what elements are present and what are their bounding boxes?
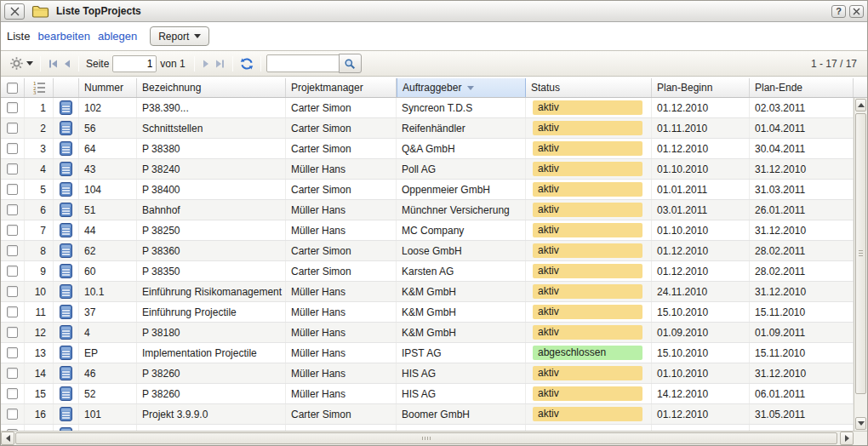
row-checkbox[interactable] (7, 266, 18, 277)
project-icon-cell[interactable] (54, 425, 79, 431)
arrow-right-icon (845, 435, 849, 442)
row-checkbox[interactable] (7, 286, 18, 297)
arrow-down-icon (858, 421, 865, 426)
table-row[interactable]: 1552P 38260Müller HansHIS AGaktiv14.12.2… (1, 384, 854, 404)
table-row[interactable]: 16101Projekt 3.9.9.0Carter SimonBoomer G… (1, 404, 854, 425)
scroll-down-button[interactable] (855, 417, 866, 430)
row-number: 5 (25, 180, 54, 199)
cell-status: aktiv (526, 384, 652, 403)
header-nummer[interactable]: Nummer (79, 78, 137, 97)
project-icon-cell[interactable] (54, 404, 79, 424)
menu-ablegen[interactable]: ablegen (98, 30, 137, 43)
cell-bezeichnung: P 38360 (137, 241, 286, 260)
vertical-scrollbar-thumb[interactable] (855, 113, 866, 394)
project-icon-cell[interactable] (54, 261, 79, 281)
arrow-left-icon (6, 435, 10, 442)
table-row[interactable]: 960P 38350Carter SimonKarsten AGaktiv01.… (1, 261, 854, 282)
header-projektmanager[interactable]: Projektmanager (286, 78, 397, 97)
table-row[interactable]: 1010.1Einführung RisikomanagementMüller … (1, 282, 854, 302)
project-icon-cell[interactable] (54, 180, 79, 199)
row-checkbox[interactable] (7, 225, 18, 236)
settings-gear-button[interactable] (8, 54, 35, 72)
select-all-checkbox[interactable] (7, 83, 18, 94)
project-icon-cell[interactable] (54, 159, 79, 179)
table-row[interactable]: 124P 38180Müller HansK&M GmbHaktiv01.09.… (1, 323, 854, 343)
table-row[interactable]: 862P 38360Carter SimonLoose GmbHaktiv01.… (1, 241, 854, 261)
row-checkbox[interactable] (7, 388, 18, 399)
refresh-button[interactable] (238, 55, 255, 72)
first-page-button[interactable] (46, 57, 60, 71)
row-checkbox[interactable] (7, 102, 18, 113)
project-icon-cell[interactable] (54, 323, 79, 342)
last-page-button[interactable] (213, 57, 227, 71)
project-icon-cell[interactable] (54, 220, 79, 240)
row-number: 14 (25, 363, 54, 383)
row-checkbox[interactable] (7, 204, 18, 215)
table-row[interactable] (1, 425, 854, 431)
row-checkbox-cell (1, 159, 25, 179)
row-checkbox[interactable] (7, 409, 18, 420)
page-number-input[interactable] (112, 55, 157, 72)
table-row[interactable]: 13EPImplementation ProjectileMüller Hans… (1, 343, 854, 363)
table-row[interactable]: 1137Einführung ProjectileMüller HansK&M … (1, 302, 854, 323)
row-checkbox[interactable] (7, 327, 18, 338)
header-plan-beginn[interactable]: Plan-Beginn (652, 78, 750, 97)
row-checkbox[interactable] (7, 429, 18, 431)
cell-auftraggeber: HIS AG (397, 363, 526, 383)
help-button[interactable]: ? (831, 5, 846, 18)
row-checkbox[interactable] (7, 245, 18, 256)
row-checkbox[interactable] (7, 184, 18, 195)
table-row[interactable]: 443P 38240Müller HansPoll AGaktiv01.10.2… (1, 159, 854, 180)
header-status[interactable]: Status (526, 78, 652, 97)
prev-page-button[interactable] (60, 57, 73, 71)
project-icon-cell[interactable] (54, 282, 79, 301)
project-icon-cell[interactable] (54, 98, 79, 117)
scroll-left-button[interactable] (1, 432, 14, 445)
menu-bearbeiten[interactable]: bearbeiten (37, 30, 89, 43)
vertical-scrollbar[interactable] (854, 98, 867, 431)
header-plan-ende[interactable]: Plan-Ende (750, 78, 854, 97)
header-rownum[interactable]: 123 (25, 78, 54, 97)
status-badge: aktiv (533, 182, 642, 197)
row-checkbox[interactable] (7, 347, 18, 358)
project-icon-cell[interactable] (54, 139, 79, 158)
horizontal-scrollbar[interactable] (1, 431, 867, 445)
row-checkbox[interactable] (7, 163, 18, 174)
cell-status: aktiv (526, 98, 652, 117)
window-close-button[interactable] (4, 3, 25, 20)
scroll-up-button[interactable] (855, 99, 866, 112)
project-icon-cell[interactable] (54, 241, 79, 260)
table-row[interactable]: 651BahnhofMüller HansMünchner Versicheru… (1, 200, 854, 220)
table-row[interactable]: 5104P 38400Carter SimonOppenmeier GmbHak… (1, 180, 854, 200)
table-row[interactable]: 364P 38380Carter SimonQ&A GmbHaktiv01.12… (1, 139, 854, 159)
report-dropdown-button[interactable]: Report (150, 26, 209, 46)
project-icon-cell[interactable] (54, 343, 79, 363)
project-icon-cell[interactable] (54, 363, 79, 383)
header-bezeichnung[interactable]: Bezeichnung (137, 78, 286, 97)
project-icon-cell[interactable] (54, 384, 79, 403)
table-row[interactable]: 744P 38250Müller HansMC Companyaktiv01.1… (1, 220, 854, 241)
project-icon-cell[interactable] (54, 118, 79, 138)
row-checkbox[interactable] (7, 143, 18, 154)
header-icon-col[interactable] (54, 78, 79, 97)
row-checkbox[interactable] (7, 368, 18, 379)
table-row[interactable]: 1446P 38260Müller HansHIS AGaktiv01.10.2… (1, 363, 854, 384)
search-input[interactable] (266, 54, 340, 72)
header-select-all[interactable] (1, 78, 25, 97)
scroll-right-button[interactable] (840, 432, 854, 445)
horizontal-scroll-track[interactable] (14, 432, 840, 445)
cell-bezeichnung: P 38250 (137, 220, 286, 240)
record-range-label: 1 - 17 / 17 (811, 58, 860, 70)
close-button[interactable] (849, 5, 864, 18)
header-auftraggeber-sorted[interactable]: Auftraggeber (397, 78, 526, 97)
project-icon-cell[interactable] (54, 302, 79, 322)
row-checkbox-cell (1, 139, 25, 158)
search-button[interactable] (339, 54, 362, 73)
row-checkbox[interactable] (7, 306, 18, 317)
horizontal-scrollbar-thumb[interactable] (15, 432, 837, 444)
table-row[interactable]: 256SchnittstellenCarter SimonReifenhändl… (1, 118, 854, 139)
next-page-button[interactable] (200, 57, 213, 71)
project-icon-cell[interactable] (54, 200, 79, 220)
table-row[interactable]: 1102P38.390...Carter SimonSyncreon T.D.S… (1, 98, 854, 118)
row-checkbox[interactable] (7, 123, 18, 134)
